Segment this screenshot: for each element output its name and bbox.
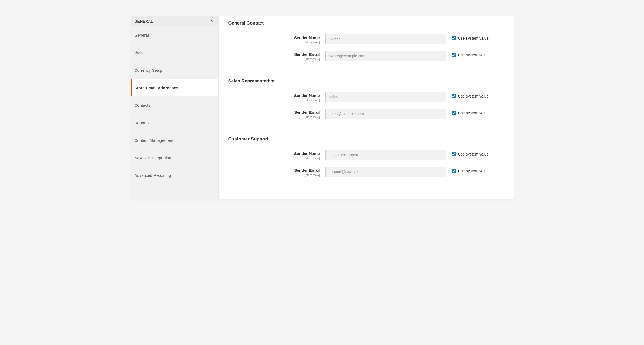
sidebar-group-header[interactable]: GENERAL xyxy=(131,16,218,26)
sidebar-item-web[interactable]: Web xyxy=(131,44,218,61)
use-system-value-checkbox[interactable] xyxy=(452,94,456,98)
section-sales-representative: Sales Representative Sender Name [store … xyxy=(228,77,501,132)
sidebar-item-advanced-reporting[interactable]: Advanced Reporting xyxy=(131,167,218,184)
scope-hint: [store view] xyxy=(228,41,320,44)
chevron-up-icon xyxy=(210,19,213,23)
sender-name-input[interactable] xyxy=(325,150,446,160)
field-label: Sender Email [store view] xyxy=(228,167,320,177)
content: General Contact Sender Name [store view]… xyxy=(219,16,514,199)
sidebar-item-currency-setup[interactable]: Currency Setup xyxy=(131,61,218,79)
sidebar-item-new-relic-reporting[interactable]: New Relic Reporting xyxy=(131,149,218,167)
section-customer-support: Customer Support Sender Name [store view… xyxy=(228,135,501,190)
form-row-sender-email: Sender Email [store view] Use system val… xyxy=(228,109,501,119)
field-label: Sender Name [store view] xyxy=(228,150,320,160)
sender-email-input[interactable] xyxy=(325,167,446,177)
section-title: General Contact xyxy=(228,19,501,34)
sidebar-item-label: General xyxy=(135,33,149,37)
use-system-value-checkbox[interactable] xyxy=(452,169,456,173)
sidebar-item-label: Content Management xyxy=(135,138,173,143)
field-label: Sender Name [store view] xyxy=(228,34,320,44)
section-title: Sales Representative xyxy=(228,77,501,92)
sender-email-input[interactable] xyxy=(325,109,446,119)
sidebar-item-label: New Relic Reporting xyxy=(135,156,171,160)
sender-name-input[interactable] xyxy=(325,92,446,102)
sidebar-group-title: GENERAL xyxy=(135,19,153,23)
scope-hint: [store view] xyxy=(228,57,320,61)
sidebar: GENERAL General Web Currency Setup Store… xyxy=(131,16,219,199)
sidebar-list: General Web Currency Setup Store Email A… xyxy=(131,26,218,184)
field-label: Sender Name [store view] xyxy=(228,92,320,102)
field-label: Sender Email [store view] xyxy=(228,51,320,61)
use-system-value-label[interactable]: Use system value xyxy=(458,169,489,173)
sidebar-item-reports[interactable]: Reports xyxy=(131,114,218,132)
use-system-value-checkbox[interactable] xyxy=(452,36,456,40)
use-system-value-label[interactable]: Use system value xyxy=(458,94,489,98)
sidebar-item-label: Contacts xyxy=(135,103,150,108)
use-system-value-label[interactable]: Use system value xyxy=(458,111,489,115)
scope-hint: [store view] xyxy=(228,99,320,102)
use-system-value-checkbox[interactable] xyxy=(452,152,456,156)
sidebar-item-label: Reports xyxy=(135,120,149,125)
sidebar-item-label: Store Email Addresses xyxy=(135,85,178,90)
sender-email-input[interactable] xyxy=(325,51,446,61)
sidebar-item-content-management[interactable]: Content Management xyxy=(131,132,218,149)
sidebar-item-label: Advanced Reporting xyxy=(135,173,171,178)
config-panel: GENERAL General Web Currency Setup Store… xyxy=(131,16,514,199)
use-system-value-label[interactable]: Use system value xyxy=(458,53,489,57)
sidebar-item-contacts[interactable]: Contacts xyxy=(131,96,218,114)
section-title: Customer Support xyxy=(228,135,501,150)
scope-hint: [store view] xyxy=(228,115,320,119)
sidebar-item-label: Web xyxy=(135,50,143,55)
use-system-value-label[interactable]: Use system value xyxy=(458,36,489,40)
sender-name-input[interactable] xyxy=(325,34,446,44)
use-system-value-checkbox[interactable] xyxy=(452,53,456,57)
sidebar-item-store-email-addresses[interactable]: Store Email Addresses xyxy=(131,79,218,96)
field-label: Sender Email [store view] xyxy=(228,109,320,119)
form-row-sender-name: Sender Name [store view] Use system valu… xyxy=(228,150,501,160)
use-system-value-label[interactable]: Use system value xyxy=(458,152,489,156)
scope-hint: [store view] xyxy=(228,173,320,177)
section-general-contact: General Contact Sender Name [store view]… xyxy=(228,19,501,74)
form-row-sender-email: Sender Email [store view] Use system val… xyxy=(228,167,501,177)
form-row-sender-name: Sender Name [store view] Use system valu… xyxy=(228,34,501,44)
sidebar-item-label: Currency Setup xyxy=(135,68,163,73)
form-row-sender-email: Sender Email [store view] Use system val… xyxy=(228,51,501,61)
use-system-value-checkbox[interactable] xyxy=(452,111,456,115)
sidebar-item-general[interactable]: General xyxy=(131,26,218,44)
scope-hint: [store view] xyxy=(228,157,320,160)
form-row-sender-name: Sender Name [store view] Use system valu… xyxy=(228,92,501,102)
